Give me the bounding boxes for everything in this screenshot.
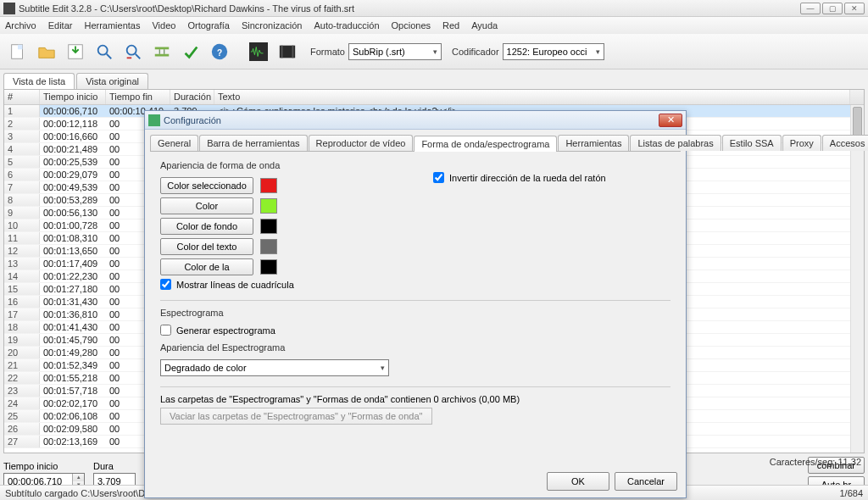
menubar: ArchivoEditarHerramientasVideoOrtografía… — [0, 17, 868, 34]
window-title: Subtitle Edit 3.2.8 - C:\Users\root\Desk… — [19, 3, 800, 14]
color-swatch-0 — [260, 178, 277, 193]
folders-info: Las carpetas de "Espectrogramas" y "Form… — [160, 394, 670, 404]
view-tab-0[interactable]: Vista de lista — [3, 73, 75, 89]
encoding-label: Codificador — [452, 47, 499, 57]
svg-rect-13 — [281, 45, 283, 58]
video-icon[interactable] — [275, 39, 300, 64]
color-button-0[interactable]: Color seleccionado — [160, 177, 253, 194]
new-icon[interactable] — [5, 39, 31, 64]
dialog-tab-1[interactable]: Barra de herramientas — [199, 135, 307, 151]
replace-icon[interactable] — [120, 39, 146, 64]
show-grid-checkbox[interactable]: Mostrar líneas de cuadrícula — [160, 279, 670, 290]
dialog-tab-4[interactable]: Herramientas — [558, 135, 629, 151]
col-start[interactable]: Tiempo inicio — [40, 90, 106, 104]
dialog-titlebar[interactable]: Configuración ✕ — [145, 111, 686, 130]
menu-herramientas[interactable]: Herramientas — [84, 20, 140, 31]
color-swatch-4 — [260, 259, 277, 275]
menu-editar[interactable]: Editar — [48, 20, 73, 31]
waveform-icon[interactable] — [246, 39, 271, 64]
titlebar: Subtitle Edit 3.2.8 - C:\Users\root\Desk… — [0, 0, 868, 17]
settings-dialog: Configuración ✕ GeneralBarra de herramie… — [144, 110, 687, 498]
vertical-scrollbar[interactable] — [850, 105, 864, 453]
menu-sincronización[interactable]: Sincronización — [242, 20, 303, 31]
color-swatch-2 — [260, 219, 277, 234]
svg-rect-1 — [18, 44, 23, 49]
menu-red[interactable]: Red — [442, 20, 459, 31]
dialog-tab-8[interactable]: Accesos d — [822, 135, 868, 151]
format-label: Formato — [310, 47, 345, 57]
dialog-tab-7[interactable]: Proxy — [782, 135, 821, 151]
color-button-2[interactable]: Color de fondo — [160, 218, 253, 235]
menu-opciones[interactable]: Opciones — [392, 20, 431, 31]
svg-point-5 — [127, 45, 136, 54]
dialog-tab-0[interactable]: General — [150, 135, 198, 151]
color-swatch-1 — [260, 198, 277, 214]
waveform-appearance-label: Apariencia de forma de onda — [160, 160, 670, 170]
dialog-title: Configuración — [164, 115, 659, 125]
dialog-tabs: GeneralBarra de herramientasReproductor … — [150, 135, 681, 152]
invert-wheel-checkbox[interactable]: Invertir dirección de la rueda del ratón — [433, 172, 606, 183]
menu-video[interactable]: Video — [152, 20, 175, 31]
empty-folders-button[interactable]: Vaciar las carpetas de "Espectrogramas" … — [160, 408, 432, 425]
color-swatch-3 — [260, 239, 277, 254]
col-dur[interactable]: Duración — [170, 90, 214, 104]
color-button-3[interactable]: Color del texto — [160, 238, 253, 255]
visual-sync-icon[interactable] — [149, 39, 175, 64]
svg-rect-14 — [292, 45, 294, 58]
view-tabs: Vista de listaVista original — [0, 69, 868, 89]
maximize-button[interactable]: ▢ — [822, 3, 843, 14]
svg-rect-8 — [155, 53, 170, 56]
svg-text:?: ? — [217, 47, 222, 57]
menu-ayuda[interactable]: Ayuda — [471, 20, 498, 31]
dialog-tab-6[interactable]: Estilo SSA — [722, 135, 782, 151]
svg-line-6 — [136, 53, 141, 58]
minimize-button[interactable]: — — [800, 3, 821, 14]
col-end[interactable]: Tiempo fin — [106, 90, 170, 104]
color-button-1[interactable]: Color — [160, 197, 253, 214]
dialog-tab-5[interactable]: Listas de palabras — [630, 135, 721, 151]
duration-label: Dura — [93, 461, 136, 471]
dialog-close-button[interactable]: ✕ — [659, 114, 682, 127]
svg-line-4 — [107, 53, 112, 58]
col-text[interactable]: Texto — [214, 90, 850, 104]
color-button-4[interactable]: Color de la — [160, 258, 253, 275]
save-icon[interactable] — [63, 39, 88, 64]
dialog-tab-3[interactable]: Forma de onda/espectrograma — [414, 136, 557, 152]
encoding-value: 1252: Europeo occi — [507, 47, 587, 57]
encoding-combo[interactable]: 1252: Europeo occi — [503, 43, 604, 60]
spectrogram-appearance-label: Apariencia del Espectrograma — [160, 342, 670, 353]
close-button[interactable]: ✕ — [844, 3, 865, 14]
dialog-tab-2[interactable]: Reproductor de vídeo — [309, 135, 414, 151]
spellcheck-icon[interactable] — [178, 39, 203, 64]
chars-per-sec: Caracteres/seg: 11,32 — [770, 457, 861, 467]
format-value: SubRip (.srt) — [353, 47, 405, 57]
grid-header: # Tiempo inicio Tiempo fin Duración Text… — [4, 90, 864, 105]
col-num[interactable]: # — [4, 90, 40, 104]
app-icon — [3, 3, 15, 14]
find-icon[interactable] — [92, 39, 117, 64]
spectrogram-appearance-combo[interactable]: Degradado de color — [160, 359, 389, 376]
view-tab-1[interactable]: Vista original — [76, 73, 148, 89]
status-page: 1/684 — [839, 488, 863, 498]
start-time-label: Tiempo inicio — [3, 461, 85, 471]
format-combo[interactable]: SubRip (.srt) — [348, 43, 442, 60]
help-icon[interactable]: ? — [207, 39, 232, 64]
menu-auto-traducción[interactable]: Auto-traducción — [314, 20, 379, 31]
open-icon[interactable] — [34, 39, 59, 64]
generate-spectrogram-checkbox[interactable]: Generar espectrograma — [160, 325, 670, 336]
cancel-button[interactable]: Cancelar — [615, 472, 677, 491]
svg-rect-7 — [155, 47, 170, 49]
svg-point-3 — [98, 45, 108, 54]
spectrogram-label: Espectrograma — [160, 308, 670, 318]
ok-button[interactable]: OK — [547, 472, 609, 491]
menu-ortografía[interactable]: Ortografía — [187, 20, 230, 31]
menu-archivo[interactable]: Archivo — [5, 20, 36, 31]
toolbar: ? Formato SubRip (.srt) Codificador 1252… — [0, 34, 868, 69]
